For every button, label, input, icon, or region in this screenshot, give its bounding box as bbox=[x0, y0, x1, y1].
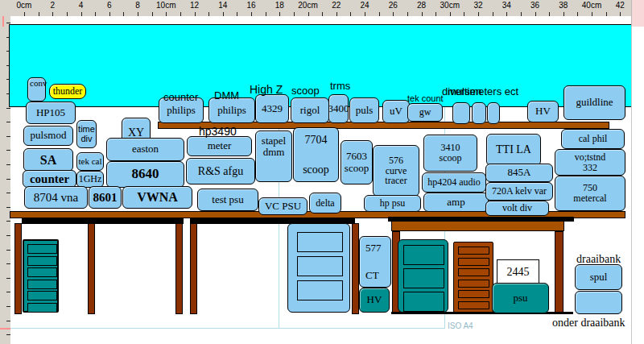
table-leg-5[interactable] bbox=[352, 223, 359, 314]
drawer[interactable] bbox=[403, 292, 444, 312]
drawer[interactable] bbox=[297, 256, 343, 276]
drawer[interactable] bbox=[297, 232, 343, 252]
drawer[interactable] bbox=[458, 258, 489, 266]
box-3410-scoop[interactable]: 3410scoop bbox=[423, 135, 477, 172]
box-sa[interactable]: SA bbox=[23, 148, 73, 172]
box-vwna[interactable]: VWNA bbox=[122, 186, 192, 209]
box-720a-kelv-var[interactable]: 720A kelv var bbox=[485, 182, 553, 201]
dmm-label[interactable]: DMM bbox=[214, 90, 239, 101]
ruler-label: 36 bbox=[530, 1, 539, 10]
box-4329[interactable]: 4329 bbox=[255, 94, 289, 123]
table-leg-2[interactable] bbox=[88, 223, 95, 314]
multimeters-label[interactable]: multimeters ect bbox=[448, 86, 518, 97]
box-tek-cal[interactable]: tek cal bbox=[76, 152, 104, 171]
box-577-ct[interactable]: 577CT bbox=[359, 236, 391, 288]
box-votstnd-332[interactable]: vo;tstnd332 bbox=[555, 149, 625, 176]
box-hv-under-table[interactable]: HV bbox=[359, 288, 390, 313]
box-845a[interactable]: 845A bbox=[485, 164, 553, 182]
hp3490-label[interactable]: hp3490 bbox=[199, 126, 237, 137]
ruler-corner bbox=[0, 0, 11, 17]
box-576-curve-tracer[interactable]: 576curvetracer bbox=[373, 145, 419, 197]
box-amp[interactable]: amp bbox=[423, 193, 489, 212]
box-spul[interactable]: spul bbox=[575, 264, 622, 290]
wall[interactable] bbox=[9, 24, 632, 107]
box-time-div[interactable]: timediv bbox=[76, 120, 97, 148]
box-hv-shelf[interactable]: HV bbox=[527, 101, 559, 122]
box-hp4204-audio[interactable]: hp4204 audio bbox=[422, 172, 486, 193]
box-hp105[interactable]: HP105 bbox=[26, 102, 76, 124]
box-3400[interactable]: 3400 bbox=[328, 94, 349, 123]
box-7603-scoop[interactable]: 7603scoop bbox=[341, 140, 373, 184]
drawer[interactable] bbox=[297, 280, 343, 300]
box-label: SA bbox=[40, 153, 56, 167]
box-rs-afgu[interactable]: R&S afgu bbox=[186, 158, 255, 184]
box-7704-scoop[interactable]: 7704scoop bbox=[293, 127, 339, 182]
box-pulsmod[interactable]: pulsmod bbox=[23, 126, 73, 146]
drawer[interactable] bbox=[458, 290, 489, 298]
box-delta[interactable]: delta bbox=[309, 193, 341, 213]
box-cal-phil[interactable]: cal phil bbox=[561, 129, 625, 149]
box-psu[interactable]: psu bbox=[492, 283, 549, 313]
box-small-box-3[interactable] bbox=[487, 102, 500, 124]
box-stapel-dmm[interactable]: stapeldmm bbox=[255, 131, 292, 182]
drawer[interactable] bbox=[27, 280, 57, 289]
drawer[interactable] bbox=[27, 267, 57, 277]
blue-cabinet-middle[interactable] bbox=[287, 223, 350, 313]
box-counter[interactable]: counter bbox=[23, 170, 76, 188]
table-leg-3[interactable] bbox=[175, 223, 183, 314]
drawer[interactable] bbox=[458, 280, 489, 288]
box-volt-div[interactable]: volt div bbox=[485, 201, 549, 216]
box-rigol[interactable]: rigol bbox=[291, 97, 329, 123]
box-label: 720A kelv var bbox=[492, 186, 547, 197]
right-table-leg-right[interactable] bbox=[555, 231, 564, 314]
box-small-box-2[interactable] bbox=[472, 102, 486, 124]
box-750-metercal[interactable]: 750metercal bbox=[555, 176, 625, 211]
box-tti-la[interactable]: TTI LA bbox=[486, 134, 541, 166]
box-label: gw bbox=[419, 107, 431, 118]
box-guildline[interactable]: guildline bbox=[564, 85, 625, 120]
box-hp-psu[interactable]: hp psu bbox=[364, 195, 421, 212]
drawer[interactable] bbox=[403, 268, 444, 288]
tek-count-label[interactable]: tek count bbox=[407, 94, 444, 103]
trms-label[interactable]: trms bbox=[330, 81, 350, 91]
table-underside-left[interactable] bbox=[22, 218, 184, 224]
box-conv[interactable]: conv bbox=[27, 77, 46, 102]
box-meter[interactable]: meter bbox=[187, 136, 252, 156]
drawing-canvas[interactable]: convthunderHP105pulsmodtimedivXYSAtek ca… bbox=[10, 16, 644, 344]
drawer[interactable] bbox=[27, 244, 57, 254]
drawer[interactable] bbox=[458, 301, 489, 309]
box-1ghz[interactable]: 1GHz bbox=[76, 171, 104, 188]
box-gw[interactable]: gw bbox=[407, 103, 443, 122]
drawer[interactable] bbox=[27, 303, 57, 313]
box-easton[interactable]: easton bbox=[106, 138, 184, 161]
drawer[interactable] bbox=[458, 247, 489, 255]
counter-label[interactable]: counter bbox=[163, 92, 198, 102]
scoop-label[interactable]: scoop bbox=[291, 85, 320, 96]
table-leg-4[interactable] bbox=[190, 223, 197, 314]
box-test-psu[interactable]: test psu bbox=[197, 189, 258, 211]
box-thunder[interactable]: thunder bbox=[49, 84, 86, 99]
box-label: 3400 bbox=[328, 103, 349, 114]
drawer[interactable] bbox=[458, 268, 489, 276]
draaibank-label[interactable]: draaibank bbox=[576, 254, 621, 265]
highz-label[interactable]: High Z bbox=[250, 84, 283, 95]
table-leg-1[interactable] bbox=[14, 223, 22, 314]
box-2445[interactable]: 2445 bbox=[497, 259, 539, 284]
box-8601[interactable]: 8601 bbox=[89, 186, 122, 209]
teal-cabinet-right[interactable] bbox=[398, 239, 448, 313]
right-table-top[interactable] bbox=[391, 221, 564, 231]
teal-drawer-unit-left[interactable] bbox=[23, 239, 59, 313]
box-puls[interactable]: puls bbox=[349, 97, 379, 123]
box-label: CT bbox=[365, 270, 379, 281]
box-vc-psu[interactable]: VC PSU bbox=[258, 197, 308, 215]
drawer[interactable] bbox=[27, 291, 57, 300]
drawer[interactable] bbox=[403, 245, 444, 265]
box-uv[interactable]: uV bbox=[382, 100, 410, 123]
onder-draaibank-label[interactable]: onder draaibank bbox=[552, 317, 625, 329]
box-8640[interactable]: 8640 bbox=[106, 161, 184, 188]
box-spul-empty[interactable] bbox=[575, 291, 622, 314]
brown-drawer-unit[interactable] bbox=[453, 242, 493, 313]
box-small-box-1[interactable] bbox=[452, 102, 470, 124]
box-8704-vna[interactable]: 8704 vna bbox=[24, 186, 88, 209]
drawer[interactable] bbox=[27, 256, 57, 266]
